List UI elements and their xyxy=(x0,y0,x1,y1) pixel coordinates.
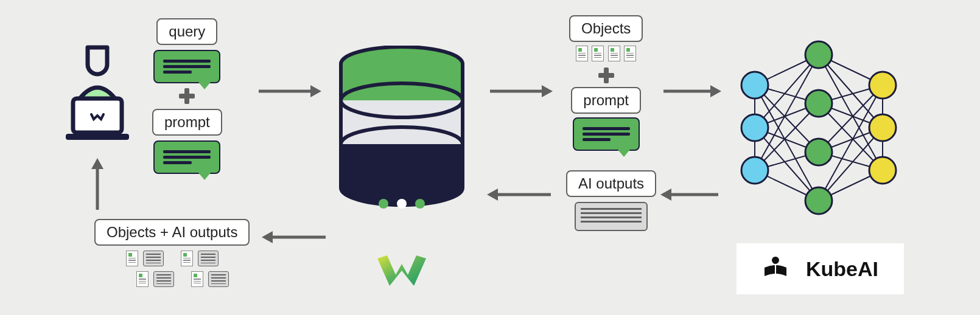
svg-marker-17 xyxy=(542,85,553,97)
svg-marker-19 xyxy=(710,85,721,97)
results-group: Objects + AI outputs xyxy=(94,219,250,287)
objects-label: Objects xyxy=(569,15,643,42)
doc-icon xyxy=(624,46,636,61)
query-label: query xyxy=(156,18,217,45)
svg-point-48 xyxy=(741,157,768,184)
svg-point-55 xyxy=(869,157,896,184)
svg-marker-3 xyxy=(310,85,321,97)
prompt-label-right: prompt xyxy=(571,87,641,114)
prompt-label-left: prompt xyxy=(152,109,222,136)
kubeai-book-icon xyxy=(762,254,789,283)
kubeai-text: KubeAI xyxy=(806,257,878,281)
svg-point-46 xyxy=(741,72,768,99)
svg-point-15 xyxy=(415,199,425,209)
text-block-icon xyxy=(143,251,164,266)
svg-point-51 xyxy=(805,139,832,165)
results-icons-row-2 xyxy=(115,271,229,287)
arrow-objects-to-nn xyxy=(660,79,721,106)
svg-point-14 xyxy=(397,199,407,209)
chat-bubble-prompt-left xyxy=(153,140,220,174)
plus-icon xyxy=(598,68,614,83)
doc-icon xyxy=(136,271,149,287)
arrow-outputs-to-db xyxy=(487,182,554,209)
svg-rect-1 xyxy=(66,134,129,140)
text-block-icon xyxy=(153,271,174,287)
text-block-icon xyxy=(208,271,229,287)
doc-icon xyxy=(126,251,138,266)
svg-point-49 xyxy=(805,41,832,68)
svg-marker-57 xyxy=(660,189,671,201)
arrow-db-to-results xyxy=(262,225,329,252)
svg-point-53 xyxy=(869,72,896,99)
arrow-user-to-db xyxy=(256,79,323,106)
svg-marker-59 xyxy=(487,189,498,201)
svg-marker-63 xyxy=(91,158,103,169)
chat-bubble-prompt-right xyxy=(573,117,640,151)
arrow-nn-to-outputs xyxy=(660,182,721,209)
doc-icon xyxy=(181,251,193,266)
results-label: Objects + AI outputs xyxy=(94,219,250,246)
svg-point-52 xyxy=(805,187,832,214)
svg-point-50 xyxy=(805,90,832,117)
arrow-results-to-user xyxy=(85,158,110,215)
chat-bubble-query xyxy=(153,50,220,83)
doc-icon xyxy=(191,271,203,287)
arrow-db-to-objects xyxy=(487,79,554,106)
ai-outputs-label: AI outputs xyxy=(566,170,656,197)
results-icons-row-1 xyxy=(125,251,219,266)
query-prompt-group: query prompt xyxy=(152,18,222,174)
svg-marker-61 xyxy=(262,231,273,243)
svg-point-64 xyxy=(772,257,779,264)
svg-point-13 xyxy=(379,199,388,209)
neural-network-icon xyxy=(730,36,907,221)
ai-outputs-group: AI outputs xyxy=(566,170,656,231)
objects-prompt-group: Objects prompt xyxy=(569,15,643,151)
text-block-icon xyxy=(198,251,219,266)
user-icon xyxy=(61,43,134,154)
doc-icon xyxy=(592,46,604,61)
weaviate-logo-icon xyxy=(371,249,432,300)
plus-icon xyxy=(179,88,195,104)
svg-point-47 xyxy=(741,114,768,141)
doc-icon xyxy=(608,46,620,61)
doc-icon xyxy=(576,46,588,61)
kubeai-branding: KubeAI xyxy=(737,243,904,294)
ai-output-lines-icon xyxy=(575,202,648,231)
database-icon xyxy=(338,46,466,249)
doc-icons-row xyxy=(575,46,637,64)
svg-point-54 xyxy=(869,114,896,141)
